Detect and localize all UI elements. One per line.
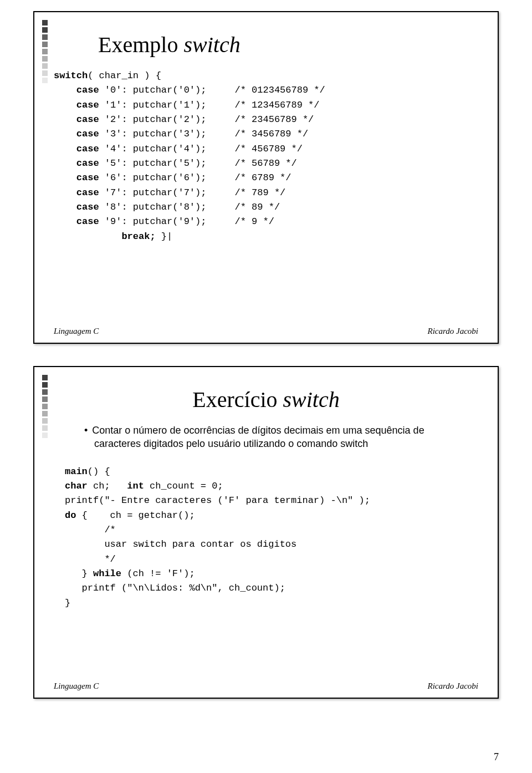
kw-case: case [76,144,99,154]
decoration-squares [42,375,53,438]
code-block-2: main() { char ch; int ch_count = 0; prin… [65,465,478,611]
kw-do: do [65,510,76,521]
kw-case: case [76,187,99,198]
kw-main: main [65,466,88,477]
square-icon [42,56,48,62]
code-text: }| [156,231,173,242]
kw-case: case [76,114,99,125]
code-comment: /* 9 */ [234,216,274,227]
code-text: } [65,568,93,579]
kw-case: case [76,129,99,139]
code-comment: /* 0123456789 */ [234,85,325,95]
code-text: } [65,598,70,608]
kw-case: case [76,100,99,110]
square-icon [42,20,48,26]
slide-2-bullet: •Contar o número de ocorrências de dígit… [84,424,456,451]
slide-1-title: Exemplo switch [98,32,478,58]
kw-case: case [76,158,99,169]
footer-left: Linguagem C [54,327,99,336]
slide-2-footer: Linguagem C Ricardo Jacobi [54,682,478,691]
decoration-squares [42,20,53,83]
square-icon [42,42,48,47]
title-italic: switch [283,387,340,412]
kw-switch: switch [54,70,88,81]
footer-right: Ricardo Jacobi [427,327,478,336]
code-text: () { [88,466,110,477]
title-italic: switch [183,32,240,57]
code-text: usar switch para contar os digitos [65,539,296,550]
square-icon [42,382,48,388]
slide-2-title: Exercício switch [54,387,478,413]
square-icon [42,425,48,431]
title-plain: Exemplo [98,32,183,57]
code-comment: /* 6789 */ [234,172,291,183]
title-plain: Exercício [192,387,283,412]
square-icon [42,389,48,395]
kw-case: case [76,172,99,183]
kw-case: case [76,85,99,95]
square-icon [42,27,48,33]
code-text: ch_count = 0; [144,481,223,491]
code-text: printf ("\n\Lidos: %d\n", ch_count); [65,583,285,593]
code-comment: /* 456789 */ [234,144,302,154]
code-comment: /* 789 */ [234,187,285,198]
bullet-dot: • [84,425,88,436]
square-icon [42,396,48,402]
kw-case: case [76,216,99,227]
code-comment: /* 56789 */ [234,158,296,169]
code-text: printf("- Entre caracteres ('F' para ter… [65,495,370,506]
slide-2: Exercício switch •Contar o número de oco… [33,366,499,699]
code-text: ch; [88,481,127,491]
code-comment: /* 123456789 */ [234,100,319,110]
footer-left: Linguagem C [54,682,99,691]
kw-int: int [127,481,144,491]
square-icon [42,70,48,76]
square-icon [42,63,48,69]
slide-1: Exemplo switch switch( char_in ) { case … [33,11,499,344]
slide-2-inner: Exercício switch •Contar o número de oco… [34,367,498,698]
code-text: ( char_in ) { [88,70,161,81]
kw-break: break; [121,231,155,242]
square-icon [42,411,48,416]
kw-case: case [76,202,99,212]
bullet-text: Contar o número de ocorrências de dígito… [92,425,424,449]
kw-while: while [93,568,121,579]
slide-1-footer: Linguagem C Ricardo Jacobi [54,327,478,336]
code-comment: /* 23456789 */ [234,114,314,125]
code-block-1: switch( char_in ) { case '0': putchar('0… [54,69,478,244]
footer-right: Ricardo Jacobi [427,682,478,691]
square-icon [42,78,48,83]
code-comment: /* 3456789 */ [234,129,308,139]
code-text: (ch != 'F'); [121,568,195,579]
square-icon [42,404,48,409]
page-number: 7 [494,751,499,763]
kw-char: char [65,481,88,491]
square-icon [42,418,48,424]
square-icon [42,433,48,438]
square-icon [42,49,48,54]
code-text: /* [65,525,116,535]
square-icon [42,375,48,380]
code-text: { ch = getchar(); [76,510,195,521]
slide-1-inner: Exemplo switch switch( char_in ) { case … [34,12,498,343]
code-comment: /* 89 */ [234,202,280,212]
code-text: */ [65,554,116,565]
square-icon [42,34,48,40]
